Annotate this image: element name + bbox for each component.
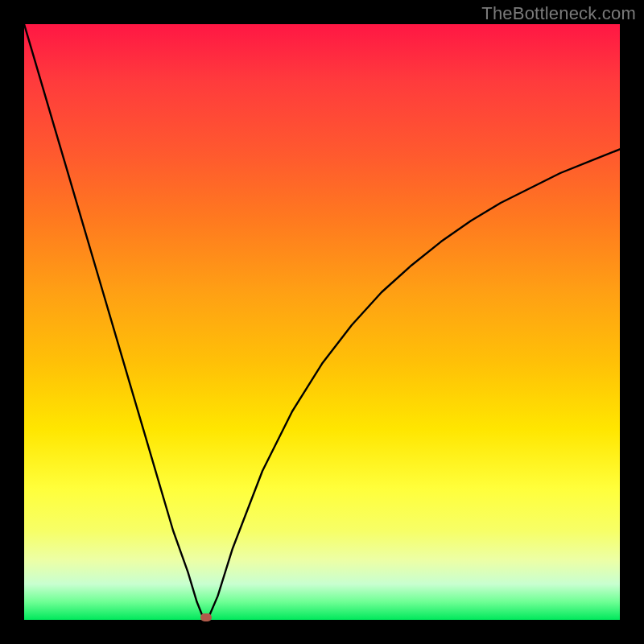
watermark-text: TheBottleneck.com [481,3,636,24]
plot-area [24,24,620,620]
chart-frame: TheBottleneck.com [0,0,644,644]
bottleneck-curve [24,24,620,617]
optimal-point-marker [200,613,212,621]
curve-svg [24,24,620,620]
